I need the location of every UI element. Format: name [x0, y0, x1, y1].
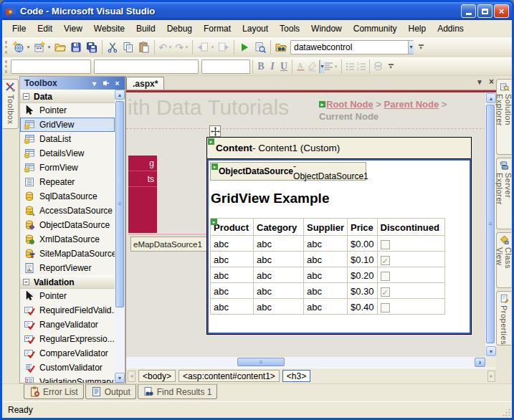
menu-item-community[interactable]: Community [348, 22, 403, 36]
sitemapdatasource-control[interactable]: eMapDataSource1 [130, 237, 216, 252]
menu-item-website[interactable]: Website [88, 22, 130, 36]
open-file-button[interactable] [52, 39, 68, 55]
menu-item-window[interactable]: Window [305, 22, 348, 36]
toolbox-item-validationsummary[interactable]: ValidationSummary [20, 375, 115, 383]
toolbox-item-datalist[interactable]: DataList [20, 132, 115, 146]
italic-button[interactable]: I [267, 59, 278, 75]
navigate-forward-button[interactable] [216, 39, 232, 55]
toolbar-overflow-button[interactable]: ▾ [417, 40, 425, 54]
smart-tag-glyph[interactable]: ▸ [208, 138, 214, 145]
resize-grip[interactable] [502, 408, 511, 417]
tag-body[interactable]: <body> [138, 370, 176, 382]
save-button[interactable] [68, 39, 84, 55]
content-control-body[interactable]: ▸ ObjectDataSource - ObjectDataSource1 G… [207, 159, 471, 334]
add-new-item-dropdown-icon[interactable]: ▾ [46, 44, 52, 50]
toolbox-section-validation[interactable]: − Validation [20, 275, 115, 289]
toolbox-titlebar[interactable]: Toolbox ▾ × [20, 77, 125, 90]
smart-tag-glyph[interactable]: ▸ [211, 219, 217, 225]
new-website-button[interactable] [11, 39, 27, 55]
scroll-down-button[interactable]: ▼ [115, 373, 125, 383]
close-document-icon[interactable]: × [489, 77, 494, 87]
toolbox-item-sqldatasource[interactable]: SqlDataSource [20, 189, 115, 204]
toolbox-item-repeater[interactable]: Repeater [20, 175, 115, 189]
menu-item-format[interactable]: Format [198, 22, 237, 36]
objectdatasource-control[interactable]: ▸ ObjectDataSource - ObjectDataSource1 [210, 162, 366, 181]
underline-button[interactable]: U [278, 59, 290, 75]
find-input[interactable] [291, 42, 408, 52]
toolbox-item-detailsview[interactable]: DetailsView [20, 146, 115, 161]
toolbox-section-data[interactable]: − Data [20, 90, 115, 103]
menu-item-debug[interactable]: Debug [161, 22, 198, 36]
gridview-table[interactable]: Product Category Supplier Price Disconti… [210, 218, 445, 315]
toolbar-grip[interactable] [5, 41, 8, 54]
hscroll-track[interactable]: ≡ [126, 357, 475, 368]
collapse-icon[interactable]: − [23, 93, 29, 100]
align-dropdown-icon[interactable]: ▾ [333, 64, 339, 70]
add-new-item-button[interactable] [32, 39, 47, 55]
toolbox-item-regularexpressionvalidator[interactable]: ** RegularExpressio... [20, 332, 115, 346]
toolbox-pin-button[interactable] [100, 78, 111, 88]
toolbox-item-rangevalidator[interactable]: RangeValidator [20, 318, 115, 332]
toolbox-item-reportviewer[interactable]: ReportViewer [20, 261, 115, 275]
active-files-dropdown-icon[interactable]: ▼ [476, 78, 483, 86]
document-tab[interactable]: .aspx* [126, 77, 164, 90]
bold-button[interactable]: B [255, 59, 267, 75]
scroll-thumb[interactable]: ≡ [486, 105, 495, 343]
navigate-backward-dropdown-icon[interactable]: ▾ [209, 44, 216, 50]
toolbox-item-sitemapdatasource[interactable]: SiteMapDataSource [20, 247, 115, 261]
save-all-button[interactable] [84, 39, 100, 55]
toolbox-item-requiredfieldvalidator[interactable]: RequiredFieldValid... [20, 303, 115, 318]
design-surface[interactable]: ith Data Tutorials ▸Root Node > Parent N… [126, 92, 485, 357]
toolbox-item-objectdatasource[interactable]: ObjectDataSource [20, 218, 115, 232]
menu-item-view[interactable]: View [58, 22, 88, 36]
preview-in-browser-button[interactable] [252, 39, 268, 55]
server-explorer-tab[interactable]: Server Explorer [496, 158, 511, 229]
toolbox-item-formview[interactable]: FormView [20, 161, 115, 175]
toolbox-scrollbar[interactable]: ▲ ≡ ▼ [115, 90, 125, 383]
numbered-list-button[interactable]: 1 2 [356, 59, 367, 75]
tag-h3[interactable]: <h3> [282, 370, 310, 382]
tag-nav-left-icon[interactable]: ◂ [128, 371, 135, 382]
toolbar-overflow-button[interactable]: ▾ [386, 59, 395, 74]
content-placeholder-control[interactable]: ▸ Content - Content1 (Custom) ▸ ObjectDa… [206, 137, 472, 335]
move-handle[interactable] [209, 125, 221, 137]
navigate-backward-button[interactable] [195, 39, 211, 55]
toolbox-item-customvalidator[interactable]: CustomValidator [20, 361, 115, 375]
error-list-tab[interactable]: Error List [24, 384, 84, 399]
properties-tab[interactable]: Properties [496, 291, 511, 345]
toolbox-item-pointer[interactable]: Pointer [20, 103, 115, 118]
content-control-header[interactable]: ▸ Content - Content1 (Custom) [207, 138, 471, 159]
toolbox-item-xmldatasource[interactable]: XmlDataSource [20, 232, 115, 247]
maximize-button[interactable] [477, 4, 492, 18]
collapse-icon[interactable]: − [23, 279, 29, 285]
redo-dropdown-icon[interactable]: ▾ [184, 44, 190, 50]
scroll-thumb[interactable]: ≡ [237, 358, 285, 366]
solution-explorer-tab[interactable]: Solution Explorer [496, 79, 511, 155]
copy-button[interactable] [120, 39, 136, 55]
hyperlink-button[interactable] [372, 59, 384, 75]
menu-item-build[interactable]: Build [130, 22, 161, 36]
scroll-right-button[interactable]: › [475, 358, 485, 367]
menu-item-edit[interactable]: Edit [32, 22, 58, 36]
highlight-color-button[interactable] [306, 59, 318, 75]
toolbox-close-button[interactable]: × [112, 78, 123, 88]
tag-asp-content[interactable]: <asp:content#content1> [179, 370, 280, 382]
scroll-down-button[interactable]: ▼ [486, 346, 496, 356]
find-dropdown-button[interactable]: ▼ [408, 41, 414, 54]
toolbox-autohide-tab[interactable]: Toolbox [3, 79, 19, 129]
scroll-thumb[interactable]: ≡ [115, 101, 124, 307]
toolbox-item-gridview[interactable]: GridView [20, 118, 115, 132]
toolbox-window-menu-button[interactable]: ▾ [89, 78, 100, 88]
menu-item-addins[interactable]: Addins [432, 22, 470, 36]
tag-nav-right-icon[interactable]: ▸ [487, 371, 495, 382]
find-in-files-button[interactable] [273, 39, 289, 55]
sitemappath-breadcrumb[interactable]: ▸Root Node > Parent Node > Current Node [319, 98, 482, 123]
bulleted-list-button[interactable] [344, 59, 356, 75]
menu-item-help[interactable]: Help [402, 22, 432, 36]
editor-vertical-scrollbar[interactable]: ▲ ≡ ▼ [485, 92, 496, 357]
class-view-tab[interactable]: Class View [496, 232, 511, 288]
scroll-up-button[interactable]: ▲ [486, 93, 496, 103]
cut-button[interactable] [105, 39, 120, 55]
site-left-navigation[interactable]: g ts [128, 156, 157, 233]
smart-tag-glyph[interactable]: ▸ [319, 101, 325, 108]
